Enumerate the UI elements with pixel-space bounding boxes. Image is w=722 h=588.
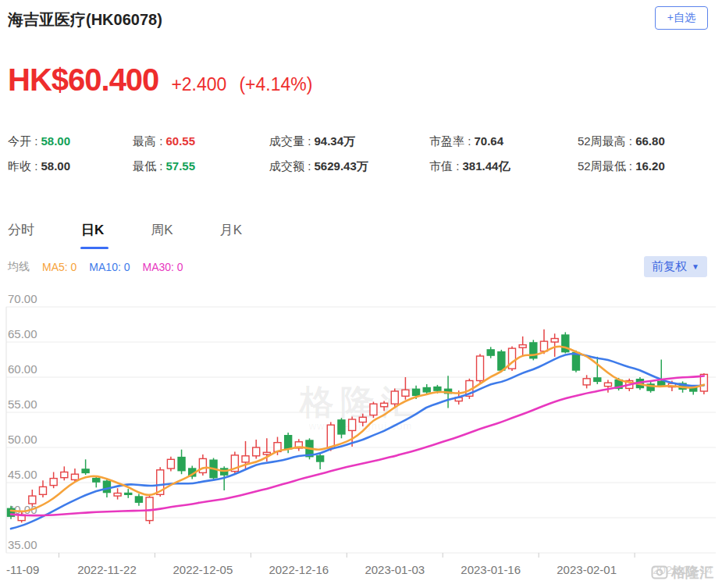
candle (487, 347, 494, 358)
candle (82, 459, 89, 475)
gelonghui-logo-text: 格隆汇 (671, 563, 713, 582)
stat-label: 52周最高 : (578, 134, 635, 148)
stat-value: 70.64 (475, 134, 504, 148)
stat-label: 市值 : (429, 159, 463, 173)
candle (509, 346, 516, 371)
candle (61, 466, 68, 480)
candle (594, 357, 601, 384)
ma-legend-bar: 均线 MA5: 0MA10: 0MA30: 0 (8, 260, 183, 274)
price-change: +2.400 (171, 74, 226, 95)
gelonghui-logo-icon (651, 565, 668, 580)
svg-text:55.00: 55.00 (8, 397, 37, 411)
stat-value: 60.55 (166, 134, 196, 148)
stat-pe-ratio: 市盈率 : 70.64 (429, 134, 578, 149)
candle (39, 480, 46, 497)
chart-period-tabs: 分时日K周K月K (8, 221, 242, 247)
stat-value: 57.55 (166, 159, 196, 173)
candle (29, 490, 36, 507)
svg-text:2023-02-01: 2023-02-01 (557, 563, 617, 576)
candle (295, 439, 302, 451)
svg-text:2023-01-03: 2023-01-03 (365, 563, 425, 576)
stat-label: 市盈率 : (429, 134, 475, 148)
candle (50, 472, 57, 489)
stat-label: 今开 : (8, 134, 41, 148)
stat-label: 昨收 : (8, 159, 41, 173)
tab-weekly-k[interactable]: 周K (151, 221, 172, 247)
price-adjust-label: 前复权 (652, 259, 687, 274)
candle (317, 453, 324, 469)
add-watchlist-button[interactable]: +自选 (655, 6, 708, 30)
stat-value: 381.44亿 (463, 159, 510, 173)
stats-grid: 今开 : 58.00最高 : 60.55成交量 : 94.34万市盈率 : 70… (8, 134, 714, 174)
price-change-percent: (+4.14%) (239, 74, 312, 95)
stat-label: 最低 : (133, 159, 166, 173)
stat-open: 今开 : 58.00 (8, 134, 133, 149)
stat-52w-low: 52周最低 : 16.20 (578, 159, 714, 174)
x-axis-ticks (59, 553, 635, 558)
svg-text:70.00: 70.00 (8, 295, 37, 305)
stat-label: 成交额 : (269, 159, 315, 173)
candle (477, 354, 484, 383)
stat-value: 58.00 (41, 134, 71, 148)
ma-legend-title: 均线 (8, 260, 30, 274)
svg-text:2022-11-22: 2022-11-22 (77, 563, 137, 576)
candle (253, 440, 260, 458)
kline-svg: 格隆汇www.gelonghui.com70.0065.0060.0055.00… (0, 295, 722, 588)
candle (519, 337, 526, 355)
stat-label: 52周最低 : (578, 159, 635, 173)
candle (551, 333, 558, 357)
chevron-down-icon: ▼ (692, 263, 699, 271)
tab-minute[interactable]: 分时 (8, 221, 34, 247)
svg-text:2022-12-16: 2022-12-16 (269, 563, 329, 576)
candle (125, 489, 132, 498)
stat-52w-high: 52周最高 : 66.80 (578, 134, 714, 149)
tab-monthly-k[interactable]: 月K (220, 221, 242, 247)
ma-legend-ma5: MA5: 0 (42, 261, 76, 273)
svg-text:-11-09: -11-09 (6, 563, 39, 576)
candle (658, 360, 665, 387)
candle (370, 402, 377, 419)
svg-text:2023-01-16: 2023-01-16 (461, 563, 521, 576)
candle (530, 340, 537, 360)
stat-label: 成交量 : (269, 134, 315, 148)
stat-low: 最低 : 57.55 (133, 159, 269, 174)
tab-daily-k[interactable]: 日K (81, 221, 104, 247)
stat-value: 16.20 (635, 159, 665, 173)
candle (562, 332, 569, 353)
candlestick-chart[interactable]: 格隆汇www.gelonghui.com70.0065.0060.0055.00… (0, 295, 722, 588)
stat-value: 5629.43万 (315, 159, 368, 173)
candle (199, 454, 206, 476)
ma-legend-ma10: MA10: 0 (89, 261, 130, 273)
svg-text:65.00: 65.00 (8, 327, 37, 340)
svg-text:45.00: 45.00 (8, 468, 37, 481)
price-adjust-dropdown[interactable]: 前复权 ▼ (644, 256, 707, 277)
stat-value: 66.80 (635, 134, 665, 148)
svg-text:60.00: 60.00 (8, 362, 37, 376)
stat-value: 58.00 (41, 159, 71, 173)
candle (114, 488, 121, 499)
stat-value: 94.34万 (315, 134, 356, 148)
candle (135, 494, 142, 505)
stat-label: 最高 : (133, 134, 166, 148)
candle (338, 418, 345, 438)
candle (178, 450, 185, 475)
page-title: 海吉亚医疗(HK06078) (8, 9, 162, 30)
svg-text:50.00: 50.00 (8, 433, 37, 446)
ma-legend-ma30: MA30: 0 (143, 261, 183, 273)
candle (604, 380, 611, 393)
stat-market-cap: 市值 : 381.44亿 (429, 159, 578, 174)
gelonghui-logo: 格隆汇 (646, 561, 718, 583)
svg-text:35.00: 35.00 (8, 538, 37, 551)
stat-prev-close: 昨收 : 58.00 (8, 159, 133, 174)
stat-turnover: 成交额 : 5629.43万 (269, 159, 429, 174)
stat-high: 最高 : 60.55 (133, 134, 269, 149)
current-price: HK$60.400 (8, 62, 158, 98)
stat-volume: 成交量 : 94.34万 (269, 134, 429, 149)
candle (231, 451, 238, 474)
x-axis-labels: -11-092022-11-222022-12-052022-12-162023… (6, 563, 713, 576)
svg-text:2022-12-05: 2022-12-05 (173, 563, 233, 576)
quote-row: HK$60.400 +2.400 (+4.14%) (8, 62, 312, 98)
candle (167, 457, 174, 472)
